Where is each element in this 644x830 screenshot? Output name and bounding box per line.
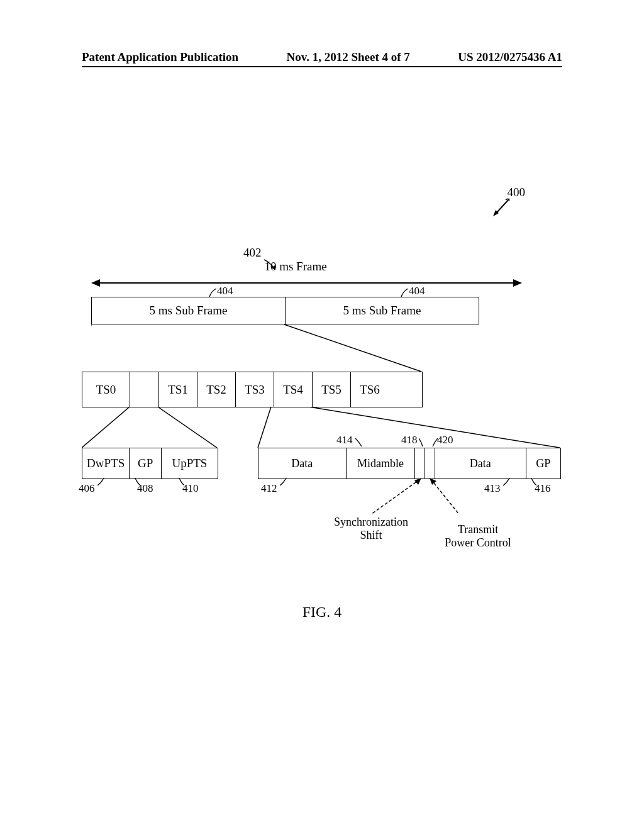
expand-lines-timeslot: [82, 407, 560, 448]
ref-418: 418: [401, 434, 418, 446]
curve-410-icon: [176, 478, 186, 487]
header-left: Patent Application Publication: [82, 50, 238, 64]
gp-special-cell: GP: [130, 448, 162, 479]
ts5-cell: TS5: [313, 372, 351, 407]
curve-416-icon: [528, 478, 538, 487]
ts0-cell: TS0: [82, 372, 130, 407]
sync-shift-cell: [415, 448, 425, 479]
ts3-cell: TS3: [236, 372, 274, 407]
curve-408-icon: [132, 478, 142, 487]
ref-404-right: 404: [409, 285, 425, 297]
ts2-cell: TS2: [197, 372, 236, 407]
svg-line-4: [158, 407, 217, 448]
uppts-cell: UpPTS: [162, 448, 218, 479]
ref-414: 414: [336, 434, 353, 446]
curve-414-icon: [355, 438, 365, 448]
dwpts-cell: DwPTS: [82, 448, 130, 479]
ts-special-cell: [130, 372, 159, 407]
patent-page: Patent Application Publication Nov. 1, 2…: [0, 0, 644, 830]
svg-line-2: [284, 324, 421, 372]
data-slots-box: Data Midamble Data GP: [258, 448, 561, 479]
ref-404-left: 404: [217, 285, 233, 297]
gp-data-cell: GP: [526, 448, 560, 479]
curve-413-icon: [503, 478, 513, 487]
page-header: Patent Application Publication Nov. 1, 2…: [0, 50, 644, 64]
curve-406-icon: [97, 478, 107, 487]
ref-406: 406: [79, 482, 95, 495]
ts1-cell: TS1: [159, 372, 197, 407]
ts4-cell: TS4: [274, 372, 313, 407]
svg-line-5: [258, 407, 271, 448]
header-center: Nov. 1, 2012 Sheet 4 of 7: [287, 50, 410, 64]
ref-413: 413: [484, 482, 501, 495]
frame-width-arrow: [91, 277, 522, 289]
arrow-400-icon: [492, 197, 511, 216]
timeslot-row: TS0 TS1 TS2 TS3 TS4 TS5 TS6: [82, 372, 423, 407]
data2-cell: Data: [435, 448, 526, 479]
data1-cell: Data: [258, 448, 347, 479]
annotation-tpc: Transmit Power Control: [434, 523, 522, 550]
midamble-cell: Midamble: [347, 448, 416, 479]
curve-420-icon: [430, 438, 440, 448]
header-right: US 2012/0275436 A1: [458, 50, 562, 64]
curve-412-icon: [280, 478, 289, 487]
ref-412: 412: [261, 482, 277, 495]
frame-label: 10 ms Frame: [264, 260, 326, 274]
subframe-2: 5 ms Sub Frame: [286, 297, 479, 324]
subframe-row: 5 ms Sub Frame 5 ms Sub Frame: [91, 297, 479, 324]
svg-line-8: [431, 479, 459, 514]
expand-lines-subframe: [91, 324, 423, 372]
svg-line-7: [371, 479, 420, 514]
svg-line-3: [82, 407, 130, 448]
ref-402: 402: [243, 246, 262, 260]
curve-418-icon: [419, 438, 428, 448]
header-divider: [82, 66, 562, 67]
special-slots-box: DwPTS GP UpPTS: [82, 448, 218, 479]
tpc-cell: [425, 448, 435, 479]
annotation-sync-shift: Synchronization Shift: [321, 516, 421, 542]
subframe-1: 5 ms Sub Frame: [92, 297, 286, 324]
figure-label: FIG. 4: [303, 604, 342, 621]
ts6-cell: TS6: [351, 372, 389, 407]
